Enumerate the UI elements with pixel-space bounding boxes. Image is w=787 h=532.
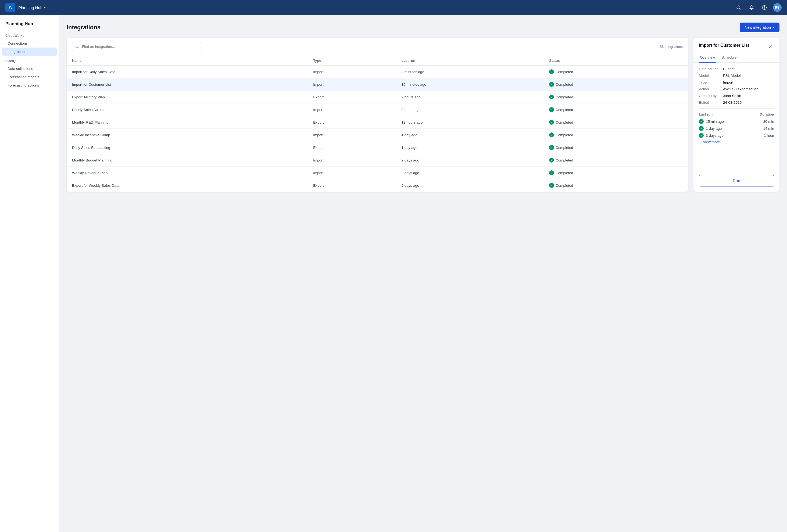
detail-field-value: Budget [723, 67, 735, 71]
table-body: Import for Daily Sales DataImport3 minut… [67, 66, 688, 192]
run-status-icon: ✓ [699, 133, 704, 138]
table-row[interactable]: Weekly Revenue PlanImport2 days ago✓Comp… [67, 167, 688, 179]
table-cell-name: Export Territory Plan [67, 91, 308, 104]
run-history-col-duration: Duration [760, 112, 774, 116]
table-row[interactable]: Import for Daily Sales DataImport3 minut… [67, 66, 688, 78]
detail-field-label: Model [699, 74, 723, 77]
table-cell-status: ✓Completed [544, 66, 688, 78]
table-cell-name: Import for Daily Sales Data [67, 66, 308, 78]
detail-field-label: Action [699, 87, 723, 91]
table-row[interactable]: Daily Sales ForecastingExport1 day ago✓C… [67, 141, 688, 154]
detail-body: Data sourceBudgetModelP&L ModelTypeImpor… [694, 63, 780, 171]
svg-line-1 [740, 8, 740, 9]
table-row[interactable]: Import for Customer ListImport15 minutes… [67, 78, 688, 91]
table-cell-type: Export [308, 91, 396, 104]
table-row[interactable]: Monthly Budget PlanningImport2 days ago✓… [67, 154, 688, 167]
run-button[interactable]: Run [699, 175, 774, 186]
notifications-icon[interactable] [747, 3, 756, 12]
table-cell-name: Monthly Budget Planning [67, 154, 308, 167]
col-type: Type [308, 56, 396, 66]
tab-overview[interactable]: Overview [699, 54, 716, 63]
status-completed-icon: ✓ [549, 69, 554, 74]
table-cell-last-run: 1 day ago [396, 129, 544, 141]
detail-field-label: Data source [699, 67, 723, 71]
app-name-button[interactable]: Planning Hub ▾ [18, 5, 46, 10]
status-label: Completed [556, 70, 573, 74]
sidebar-section-cloudworks: CloudWorks [0, 31, 59, 39]
table-cell-type: Import [308, 154, 396, 167]
search-bar: 38 integrations [67, 38, 688, 56]
new-integration-chevron-icon: ▾ [773, 26, 774, 29]
status-label: Completed [556, 108, 573, 112]
detail-field-row: ActionAWS S3 export action [699, 87, 774, 91]
run-duration: 14 min [763, 127, 774, 131]
status-label: Completed [556, 146, 573, 150]
table-cell-last-run: 13 hours ago [396, 116, 544, 129]
content-area: 38 integrations Name Type Last run Statu… [67, 38, 780, 192]
table-row[interactable]: Export Territory PlanExport2 hours ago✓C… [67, 91, 688, 104]
search-input[interactable] [72, 42, 201, 51]
table-cell-type: Export [308, 179, 396, 192]
sidebar-item-forecasting-models[interactable]: Forecasting models [0, 73, 59, 81]
run-history-left: ✓ 3 days ago [699, 133, 724, 138]
table-row[interactable]: Weekly Incentive CompImport1 day ago✓Com… [67, 129, 688, 141]
help-icon[interactable] [760, 3, 769, 12]
new-integration-button[interactable]: New integration ▾ [740, 23, 780, 32]
table-cell-name: Hourly Sales Actuals [67, 104, 308, 116]
detail-field-row: Edited24-03-2020 [699, 101, 774, 105]
sidebar-item-data-collections[interactable]: Data collections [0, 65, 59, 73]
run-duration: 1 hour [764, 134, 774, 137]
detail-header: Import for Customer List [694, 38, 780, 50]
table-row[interactable]: Monthly R&D PlanningExport13 hours ago✓C… [67, 116, 688, 129]
detail-field-row: ModelP&L Model [699, 74, 774, 77]
table-cell-last-run: 3 minutes ago [396, 66, 544, 78]
search-input-wrapper [72, 42, 201, 51]
table-cell-last-run: 8 hours ago [396, 104, 544, 116]
table-cell-name: Export for Weekly Sales Data [67, 179, 308, 192]
integrations-table: Name Type Last run Status Import for Dai… [67, 56, 688, 192]
run-history-left: ✓ 15 min ago [699, 119, 724, 124]
close-detail-button[interactable] [767, 43, 774, 50]
run-history-col-last-run: Last run [699, 112, 712, 116]
detail-field-value: Import [723, 80, 733, 84]
view-more-link[interactable]: ... View more [699, 140, 774, 144]
table-cell-status: ✓Completed [544, 154, 688, 167]
status-label: Completed [556, 120, 573, 125]
table-cell-status: ✓Completed [544, 91, 688, 104]
detail-field-label: Edited [699, 101, 723, 105]
detail-field-label: Created by [699, 94, 723, 98]
sidebar-item-connections[interactable]: Connections [0, 39, 59, 48]
layout: Planning Hub CloudWorksConnectionsIntegr… [0, 0, 787, 532]
status-completed-icon: ✓ [549, 183, 554, 188]
avatar[interactable]: RB [773, 3, 782, 12]
run-duration: 30 min [763, 119, 774, 124]
run-history-header: Last run Duration [699, 112, 774, 116]
detail-field-value: P&L Model [723, 74, 741, 77]
detail-panel: Import for Customer List Overview Schedu… [694, 38, 780, 192]
run-history-rows: ✓ 15 min ago 30 min ✓ 1 day ago 14 min ✓… [699, 119, 774, 138]
col-status: Status [544, 56, 688, 66]
detail-field-value: John Smith [723, 94, 741, 98]
sidebar-item-integrations[interactable]: Integrations [2, 48, 57, 56]
table-row[interactable]: Export for Weekly Sales DataExport2 days… [67, 179, 688, 192]
detail-field-value: 24-03-2020 [723, 101, 742, 105]
sidebar-item-forecasting-actions[interactable]: Forecasting actions [0, 81, 59, 89]
search-icon[interactable] [734, 3, 743, 12]
table-cell-status: ✓Completed [544, 104, 688, 116]
integrations-table-card: 38 integrations Name Type Last run Statu… [67, 38, 688, 192]
app-name-chevron-icon: ▾ [44, 6, 46, 9]
detail-divider [699, 108, 774, 109]
main-content: Integrations New integration ▾ [59, 15, 787, 532]
detail-field-row: TypeImport [699, 80, 774, 84]
table-row[interactable]: Hourly Sales ActualsImport8 hours ago✓Co… [67, 104, 688, 116]
svg-line-5 [78, 47, 79, 48]
page-header: Integrations New integration ▾ [67, 23, 780, 32]
table-cell-type: Import [308, 104, 396, 116]
tab-schedule[interactable]: Schedule [720, 54, 738, 63]
table-cell-status: ✓Completed [544, 179, 688, 192]
sidebar-title: Planning Hub [0, 22, 59, 31]
run-time: 3 days ago [706, 134, 724, 137]
status-label: Completed [556, 133, 573, 137]
table-cell-status: ✓Completed [544, 141, 688, 154]
col-name: Name [67, 56, 308, 66]
